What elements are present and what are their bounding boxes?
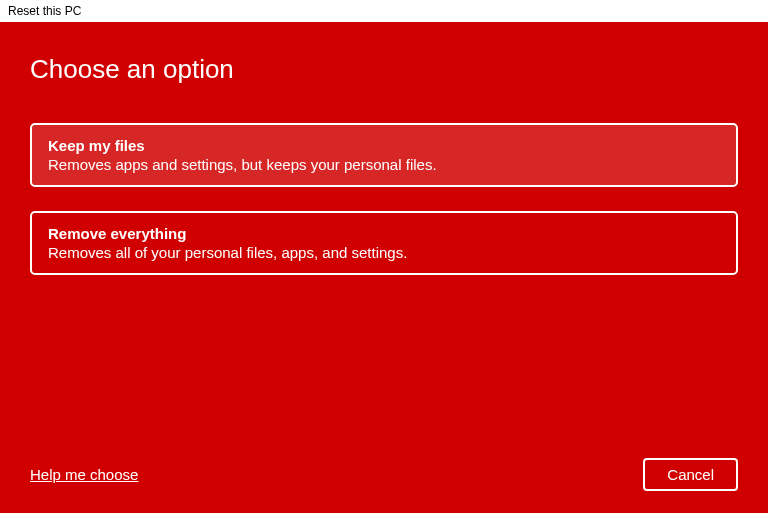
dialog-footer: Help me choose Cancel	[30, 458, 738, 491]
dialog-heading: Choose an option	[30, 54, 738, 85]
dialog-body: Choose an option Keep my files Removes a…	[0, 22, 768, 513]
option-description: Removes apps and settings, but keeps you…	[48, 156, 720, 173]
help-link[interactable]: Help me choose	[30, 466, 138, 483]
option-keep-files[interactable]: Keep my files Removes apps and settings,…	[30, 123, 738, 187]
option-title: Keep my files	[48, 137, 720, 154]
option-description: Removes all of your personal files, apps…	[48, 244, 720, 261]
cancel-button[interactable]: Cancel	[643, 458, 738, 491]
option-remove-everything[interactable]: Remove everything Removes all of your pe…	[30, 211, 738, 275]
option-title: Remove everything	[48, 225, 720, 242]
window-title: Reset this PC	[0, 0, 768, 22]
